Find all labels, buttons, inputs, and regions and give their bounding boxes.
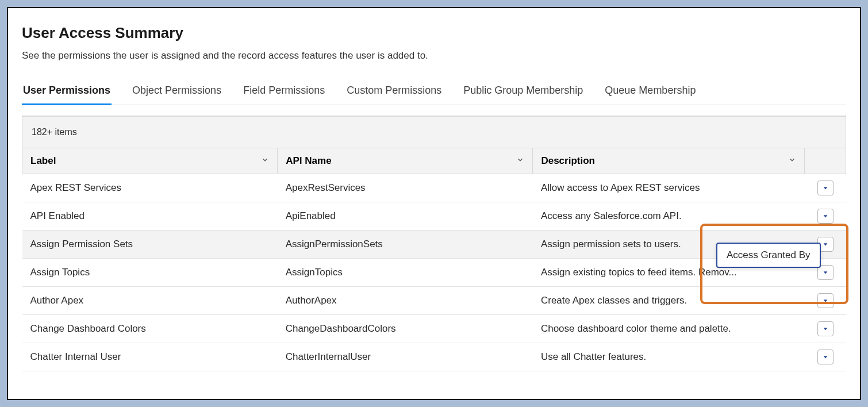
table-row: Apex REST ServicesApexRestServicesAllow … — [22, 174, 846, 202]
cell-actions — [805, 287, 846, 315]
caret-down-icon — [823, 354, 828, 360]
row-action-button[interactable] — [817, 209, 834, 224]
cell-description: Create Apex classes and triggers. — [533, 287, 805, 315]
svg-marker-3 — [823, 271, 827, 274]
table-row: Chatter Internal UserChatterInternalUser… — [22, 343, 846, 371]
chevron-down-icon — [261, 155, 269, 167]
cell-description: Access any Salesforce.com API. — [533, 202, 805, 231]
cell-api-name: ChangeDashboardColors — [278, 315, 533, 343]
caret-down-icon — [823, 298, 828, 304]
tab-field-permissions[interactable]: Field Permissions — [242, 81, 326, 105]
svg-marker-6 — [823, 356, 827, 358]
column-header-text: Label — [30, 155, 56, 166]
tab-object-permissions[interactable]: Object Permissions — [131, 81, 222, 105]
row-action-button[interactable] — [817, 321, 834, 336]
cell-label: Chatter Internal User — [22, 343, 278, 371]
caret-down-icon — [823, 326, 828, 332]
svg-marker-5 — [823, 328, 827, 330]
row-action-button[interactable] — [817, 350, 834, 364]
menu-item-access-granted-by[interactable]: Access Granted By — [727, 249, 811, 261]
row-action-menu: Access Granted By — [716, 243, 821, 268]
page-subtitle: See the permissions the user is assigned… — [22, 50, 846, 62]
svg-marker-0 — [823, 187, 827, 189]
table-header-row: Label API Name Description — [22, 148, 846, 174]
table-row: API EnabledApiEnabledAccess any Salesfor… — [22, 202, 846, 231]
cell-actions — [805, 202, 846, 231]
page-title: User Access Summary — [22, 24, 846, 42]
cell-label: Assign Topics — [22, 259, 278, 287]
tab-user-permissions[interactable]: User Permissions — [22, 81, 112, 105]
column-header-api-name[interactable]: API Name — [278, 148, 533, 174]
chevron-down-icon — [516, 155, 524, 167]
tab-bar: User Permissions Object Permissions Fiel… — [22, 81, 846, 105]
cell-actions — [805, 315, 846, 343]
item-count: 182+ items — [22, 116, 846, 148]
tab-public-group-membership[interactable]: Public Group Membership — [462, 81, 584, 105]
row-action-button[interactable] — [817, 181, 834, 195]
tab-queue-membership[interactable]: Queue Membership — [604, 81, 697, 105]
svg-marker-4 — [823, 300, 827, 302]
column-header-label[interactable]: Label — [22, 148, 278, 174]
cell-api-name: AssignPermissionSets — [278, 231, 533, 259]
tab-custom-permissions[interactable]: Custom Permissions — [345, 81, 443, 105]
cell-api-name: ChatterInternalUser — [278, 343, 533, 371]
cell-description: Use all Chatter features. — [533, 343, 805, 371]
row-action-button[interactable] — [817, 293, 834, 308]
caret-down-icon — [823, 213, 828, 219]
cell-label: Assign Permission Sets — [22, 231, 278, 259]
chevron-down-icon — [788, 155, 796, 167]
svg-marker-2 — [823, 243, 827, 245]
cell-actions — [805, 174, 846, 202]
column-header-actions — [805, 148, 846, 174]
table-row: Author ApexAuthorApexCreate Apex classes… — [22, 287, 846, 315]
cell-description: Allow access to Apex REST services — [533, 174, 805, 202]
svg-marker-1 — [823, 215, 827, 217]
caret-down-icon — [823, 185, 828, 191]
cell-label: Author Apex — [22, 287, 278, 315]
table-row: Change Dashboard ColorsChangeDashboardCo… — [22, 315, 846, 343]
column-header-text: API Name — [286, 155, 331, 166]
cell-api-name: AssignTopics — [278, 259, 533, 287]
cell-api-name: ApexRestServices — [278, 174, 533, 202]
cell-label: API Enabled — [22, 202, 278, 231]
cell-label: Change Dashboard Colors — [22, 315, 278, 343]
column-header-description[interactable]: Description — [533, 148, 805, 174]
caret-down-icon — [823, 270, 828, 275]
cell-api-name: ApiEnabled — [278, 202, 533, 231]
cell-actions — [805, 343, 846, 371]
column-header-text: Description — [541, 155, 595, 166]
cell-label: Apex REST Services — [22, 174, 278, 202]
caret-down-icon — [823, 241, 828, 247]
cell-api-name: AuthorApex — [278, 287, 533, 315]
cell-description: Choose dashboard color theme and palette… — [533, 315, 805, 343]
